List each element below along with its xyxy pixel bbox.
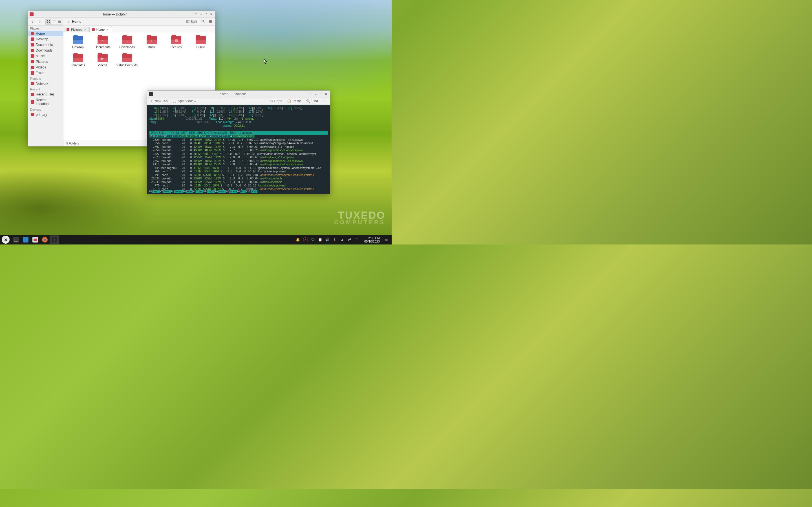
show-desktop-button[interactable]: ▭ [383, 237, 388, 242]
folder-icon [31, 32, 34, 35]
svg-point-13 [202, 20, 204, 22]
sidebar-item-home[interactable]: Home [28, 31, 63, 36]
terminal-output[interactable]: 0[|| 4.0%] 3[ 0.0%] 6[| 17.2%] 9[ 0.7%] … [147, 105, 330, 194]
folder-pictures[interactable]: ▦Pictures [164, 36, 188, 49]
dolphin-title: Home — Dolphin [35, 12, 194, 16]
task-discover[interactable] [21, 235, 31, 244]
folder-downloads[interactable]: ↓Downloads [115, 36, 139, 49]
tray-clipboard-icon[interactable]: 📋 [318, 237, 322, 242]
details-view-button[interactable] [57, 19, 63, 24]
task-desktop-pager[interactable] [11, 235, 21, 244]
minimize-button[interactable]: ⌃ [194, 12, 198, 17]
sidebar-item-music[interactable]: Music [28, 53, 63, 59]
konsole-icon [149, 92, 153, 96]
split-view-button[interactable]: ▯▯Split View ⌄ [171, 99, 197, 104]
folder-templates[interactable]: Templates [66, 54, 90, 67]
folder-icon [196, 36, 206, 44]
tray-expand-icon[interactable]: ˄ [355, 237, 359, 242]
task-dolphin[interactable] [31, 235, 40, 244]
folder-icon: ≡ [98, 36, 108, 44]
wallpaper-watermark: TUXEDO COMPUTERS [334, 211, 386, 225]
panel-clock[interactable]: 2:59 PM 05/10/2023 [364, 236, 380, 243]
breadcrumb[interactable]: › Home [64, 20, 183, 24]
folder-icon [122, 54, 132, 62]
folder-virtualbox-vms[interactable]: VirtualBox VMs [115, 54, 139, 67]
folder-icon [31, 66, 34, 69]
folder-icon: ♪ [147, 36, 157, 44]
folder-icon [31, 100, 34, 104]
split-icon: ▯▯ [172, 99, 176, 103]
tab-close-button[interactable]: ✕ [106, 28, 109, 31]
tray-bluetooth-icon[interactable]: ᛒ [333, 237, 337, 242]
tray-notifications-icon[interactable]: 🔔 [296, 237, 300, 242]
folder-music[interactable]: ♪Music [140, 36, 163, 49]
find-button[interactable]: 🔍Find [305, 99, 319, 104]
paste-button[interactable]: 📋Paste [286, 99, 302, 104]
sidebar-item-pictures[interactable]: Pictures [28, 59, 63, 64]
tab-close-button[interactable]: ✕ [84, 28, 86, 31]
task-konsole[interactable]: › [50, 235, 59, 244]
folder-documents[interactable]: ≡Documents [91, 36, 114, 49]
tray-network-icon[interactable]: ▲ [340, 237, 345, 242]
split-button[interactable]: Split [185, 20, 199, 24]
sidebar-item-primary[interactable]: primary [28, 112, 63, 117]
folder-public[interactable]: Public [189, 36, 212, 49]
system-tray: 🔔 X 🛡 📋 🔊 ᛒ ▲ 🗲 ˄ 2:59 PM 05/10/2023 ▭ [296, 236, 390, 243]
hamburger-menu-button[interactable] [322, 98, 328, 104]
new-tab-button[interactable]: ＋New Tab [149, 98, 168, 104]
svg-line-14 [204, 22, 204, 23]
search-icon: 🔍 [306, 99, 310, 103]
close-button[interactable]: ✕ [209, 12, 213, 17]
close-button[interactable]: ✕ [324, 92, 328, 96]
tray-tuxedo-icon[interactable]: X [303, 237, 308, 242]
sidebar-item-trash[interactable]: Trash [28, 70, 63, 76]
tray-updates-icon[interactable]: 🛡 [311, 237, 315, 242]
copy-button[interactable]: ⧉Copy [269, 99, 283, 104]
konsole-title: ~ : htop — Konsole [154, 92, 308, 96]
restore-button[interactable]: ⌄ [313, 92, 318, 96]
svg-rect-11 [186, 20, 188, 23]
svg-rect-0 [47, 20, 48, 21]
folder-icon: ↓ [122, 36, 132, 44]
sidebar-item-recent-files[interactable]: Recent Files [28, 92, 63, 97]
svg-rect-6 [53, 22, 54, 22]
folder-icon [73, 36, 83, 44]
icons-view-button[interactable] [46, 19, 51, 24]
application-launcher-button[interactable]: ✕ [2, 236, 10, 244]
split-icon [186, 20, 190, 23]
folder-desktop[interactable]: Desktop [66, 36, 90, 49]
back-button[interactable] [30, 18, 36, 25]
folder-videos[interactable]: ▶Videos [91, 54, 114, 67]
tray-battery-icon[interactable]: 🗲 [347, 237, 352, 242]
sidebar-item-desktop[interactable]: Desktop [28, 36, 63, 42]
tray-volume-icon[interactable]: 🔊 [325, 237, 330, 242]
konsole-titlebar[interactable]: ~ : htop — Konsole ⌃ ⌄ ˄ ✕ [147, 91, 330, 98]
sidebar-section-remote: Remote [28, 76, 63, 81]
breadcrumb-seg-home[interactable]: Home [72, 20, 81, 24]
dolphin-sidebar: Places HomeDesktopDocumentsDownloadsMusi… [28, 25, 63, 146]
folder-icon [31, 60, 34, 63]
folder-icon [66, 28, 69, 31]
taskbar-panel: ✕ › 🔔 X 🛡 📋 🔊 ᛒ ▲ 🗲 ˄ 2:59 PM 05/10/2023… [0, 235, 392, 244]
maximize-button[interactable]: ˄ [204, 12, 208, 17]
tab-pictures[interactable]: Pictures✕ [64, 27, 89, 32]
hamburger-menu-button[interactable] [207, 18, 213, 25]
sidebar-item-recent-locations[interactable]: Recent Locations [28, 97, 63, 107]
compact-view-button[interactable] [51, 19, 57, 24]
forward-button[interactable] [36, 18, 43, 25]
minimize-button[interactable]: ⌃ [308, 92, 313, 96]
folder-icon [31, 43, 34, 47]
sidebar-item-downloads[interactable]: Downloads [28, 48, 63, 53]
folder-icon: ▶ [98, 54, 108, 62]
sidebar-section-devices: Devices [28, 107, 63, 112]
maximize-button[interactable]: ˄ [319, 92, 323, 96]
dolphin-icon [30, 12, 34, 16]
task-firefox[interactable] [40, 235, 50, 244]
sidebar-item-documents[interactable]: Documents [28, 42, 63, 48]
restore-button[interactable]: ⌄ [199, 12, 203, 17]
dolphin-titlebar[interactable]: Home — Dolphin ⌃ ⌄ ˄ ✕ [28, 11, 215, 18]
search-button[interactable] [200, 18, 206, 25]
sidebar-item-videos[interactable]: Videos [28, 64, 63, 70]
tab-home[interactable]: Home✕ [89, 27, 111, 32]
sidebar-item-network[interactable]: Network [28, 81, 63, 87]
